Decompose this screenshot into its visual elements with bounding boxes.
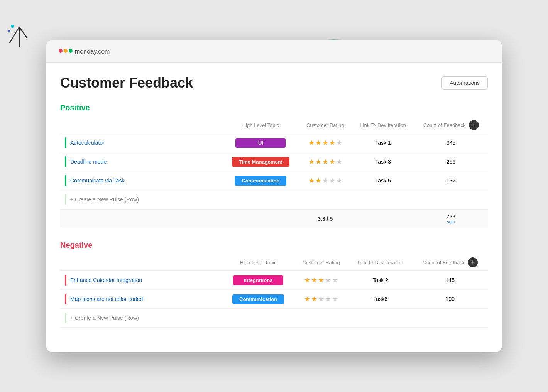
page-title-row: Customer Feedback Automations <box>60 75 488 91</box>
row-rating-cell: ★★★★★ <box>294 271 348 290</box>
row-indicator-bar <box>65 175 66 186</box>
col-topic-positive: High Level Topic <box>223 117 299 133</box>
row-indicator-bar <box>65 275 66 286</box>
col-name-positive <box>60 117 223 133</box>
summary-row: 3.3 / 5 733 sum <box>60 209 488 228</box>
row-link-cell[interactable]: Task6 <box>348 290 413 309</box>
col-rating-positive: Customer Rating <box>299 117 352 133</box>
row-rating-cell: ★★★★★ <box>299 152 352 171</box>
negative-table-header: High Level Topic Customer Rating Link To… <box>60 254 488 271</box>
create-new-row[interactable]: + Create a New Pulse (Row) <box>60 190 488 210</box>
create-new-label[interactable]: + Create a New Pulse (Row) <box>60 309 488 328</box>
automations-button[interactable]: Automations <box>441 76 488 90</box>
row-count-cell: 345 <box>414 133 488 152</box>
row-link-cell[interactable]: Task 3 <box>352 152 414 171</box>
negative-section-title: Negative <box>60 241 488 250</box>
row-rating-cell: ★★★★★ <box>299 133 352 152</box>
row-link-cell[interactable]: Task 2 <box>348 271 413 290</box>
summary-rating: 3.3 / 5 <box>299 209 352 228</box>
positive-table: High Level Topic Customer Rating Link To… <box>60 117 488 228</box>
topic-pill: UI <box>235 138 286 148</box>
row-name-cell: Deadline mode <box>60 152 223 171</box>
row-name-label[interactable]: Deadline mode <box>70 159 107 165</box>
header-bar: monday.com <box>46 40 502 63</box>
row-topic-cell: Communication <box>223 171 299 190</box>
table-row: Communicate via Task Communication ★★★★★… <box>60 171 488 190</box>
row-link-cell[interactable]: Task 1 <box>352 133 414 152</box>
logo-text: monday.com <box>75 46 110 56</box>
topic-pill: Communication <box>235 176 286 186</box>
row-indicator-bar <box>65 156 66 167</box>
svg-line-2 <box>10 27 19 42</box>
create-indicator-bar <box>65 313 66 323</box>
row-name-label[interactable]: Autocalculator <box>70 140 105 146</box>
row-topic-cell: UI <box>223 133 299 152</box>
positive-section: Positive High Level Topic Customer Ratin… <box>60 103 488 228</box>
topic-pill: Integrations <box>233 275 283 285</box>
positive-table-header: High Level Topic Customer Rating Link To… <box>60 117 488 133</box>
row-indicator-bar <box>65 137 66 148</box>
col-count-negative: Count of Feedback + <box>413 254 488 271</box>
col-link-positive: Link To Dev Iteration <box>352 117 414 133</box>
table-row: Enhance Calendar Integration Integration… <box>60 271 488 290</box>
create-indicator-bar <box>65 194 66 205</box>
row-rating-cell: ★★★★★ <box>294 290 348 309</box>
create-new-label[interactable]: + Create a New Pulse (Row) <box>60 190 488 210</box>
page-title: Customer Feedback <box>60 75 193 91</box>
logo-icon <box>59 49 73 53</box>
row-rating-cell: ★★★★★ <box>299 171 352 190</box>
row-topic-cell: Communication <box>223 290 294 309</box>
summary-count: 733 sum <box>414 209 488 228</box>
row-link-cell[interactable]: Task 5 <box>352 171 414 190</box>
logo-dot-yellow <box>64 49 68 53</box>
svg-point-0 <box>11 25 14 28</box>
row-count-cell: 132 <box>414 171 488 190</box>
row-name-cell: Communicate via Task <box>60 171 223 190</box>
sum-label: sum <box>419 220 483 224</box>
logo-dot-red <box>59 49 63 53</box>
main-card: monday.com Customer Feedback Automations… <box>46 40 502 352</box>
topic-pill: Communication <box>232 294 284 304</box>
main-content: Customer Feedback Automations Positive H… <box>46 63 502 352</box>
create-new-row[interactable]: + Create a New Pulse (Row) <box>60 309 488 328</box>
cursor-decoration <box>8 23 31 52</box>
add-column-positive-button[interactable]: + <box>469 120 479 130</box>
row-name-label[interactable]: Map Icons are not color coded <box>70 296 143 302</box>
positive-section-title: Positive <box>60 103 488 112</box>
table-row: Map Icons are not color coded Communicat… <box>60 290 488 309</box>
row-name-cell: Map Icons are not color coded <box>60 290 223 309</box>
col-link-negative: Link To Dev Iteration <box>348 254 413 271</box>
svg-line-3 <box>19 27 27 38</box>
row-count-cell: 145 <box>413 271 488 290</box>
table-row: Deadline mode Time Management ★★★★★ Task… <box>60 152 488 171</box>
row-topic-cell: Integrations <box>223 271 294 290</box>
topic-pill: Time Management <box>232 157 289 167</box>
table-row: Autocalculator UI ★★★★★ Task 1 345 <box>60 133 488 152</box>
negative-table: High Level Topic Customer Rating Link To… <box>60 254 488 328</box>
row-count-cell: 256 <box>414 152 488 171</box>
row-name-label[interactable]: Enhance Calendar Integration <box>70 277 142 283</box>
row-indicator-bar <box>65 294 66 304</box>
logo-dot-green <box>69 49 73 53</box>
row-name-cell: Autocalculator <box>60 133 223 152</box>
row-name-cell: Enhance Calendar Integration <box>60 271 223 290</box>
row-name-label[interactable]: Communicate via Task <box>70 177 125 184</box>
add-column-negative-button[interactable]: + <box>468 257 478 267</box>
col-rating-negative: Customer Rating <box>294 254 348 271</box>
col-topic-negative: High Level Topic <box>223 254 294 271</box>
row-topic-cell: Time Management <box>223 152 299 171</box>
negative-section: Negative High Level Topic Customer Ratin… <box>60 241 488 328</box>
svg-point-1 <box>8 30 10 32</box>
col-name-negative <box>60 254 223 271</box>
row-count-cell: 100 <box>413 290 488 309</box>
logo: monday.com <box>59 46 110 56</box>
col-count-positive: Count of Feedback + <box>414 117 488 133</box>
